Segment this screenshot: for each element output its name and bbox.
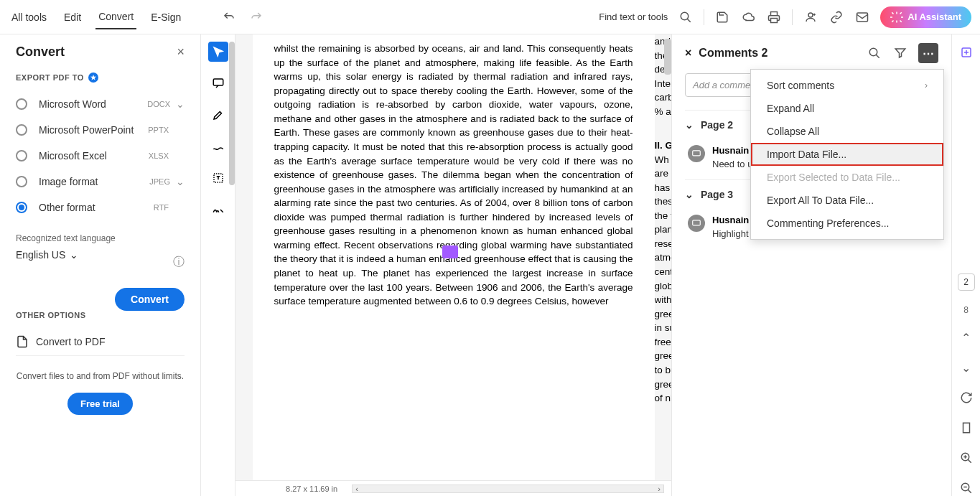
zoom-in-icon[interactable] <box>958 450 974 466</box>
help-icon[interactable]: ⓘ <box>173 255 185 270</box>
radio-icon <box>16 98 27 110</box>
menu-item-4: Export Selected to Data File... <box>751 166 943 189</box>
page-view[interactable]: whilst the remaining is absorbed by ocea… <box>235 34 671 480</box>
svg-rect-9 <box>963 423 969 433</box>
convert-panel: Convert × EXPORT PDF TO ★ Microsoft Word… <box>0 34 201 496</box>
page-dimensions: 8.27 x 11.69 in <box>286 485 337 493</box>
horizontal-scrollbar[interactable]: ‹ › <box>352 485 664 493</box>
avatar <box>688 145 705 162</box>
convert-to-pdf-row[interactable]: Convert to PDF <box>16 328 185 356</box>
lang-label: Recognized text language <box>16 233 185 243</box>
sparkle-icon[interactable] <box>958 45 974 60</box>
menu-item-6[interactable]: Commenting Preferences... <box>751 212 943 235</box>
star-badge-icon: ★ <box>88 72 98 83</box>
fit-page-icon[interactable] <box>958 420 974 436</box>
language-selector[interactable]: English US ⌄ <box>16 249 78 261</box>
svg-rect-3 <box>213 79 223 85</box>
export-option-1[interactable]: Microsoft PowerPoint PPTX <box>16 117 185 143</box>
export-format: DOCX <box>147 100 170 108</box>
tab-convert[interactable]: Convert <box>95 5 136 29</box>
text-select-icon[interactable] <box>208 168 228 188</box>
comments-panel: × Comments 2 ⋯ Add a comment ⌄Page 2 Hus… <box>671 34 980 496</box>
close-comments-icon[interactable]: × <box>685 47 691 60</box>
menu-item-2[interactable]: Collapse All <box>751 120 943 143</box>
scroll-right-icon[interactable]: › <box>658 485 661 493</box>
svg-rect-7 <box>693 220 701 225</box>
close-icon[interactable]: × <box>177 45 185 60</box>
find-label: Find text or tools <box>599 11 668 22</box>
svg-rect-2 <box>857 13 868 22</box>
undo-icon[interactable] <box>221 9 237 25</box>
svg-point-0 <box>681 12 689 20</box>
cloud-icon[interactable] <box>740 9 756 25</box>
menu-item-0[interactable]: Sort comments› <box>751 74 943 97</box>
tab-esign[interactable]: E-Sign <box>148 6 184 29</box>
mail-icon[interactable] <box>854 9 870 25</box>
status-bar: 8.27 x 11.69 in ‹ › <box>235 480 671 496</box>
svg-point-5 <box>869 48 877 56</box>
total-pages: 8 <box>963 305 969 315</box>
export-option-3[interactable]: Image format JPEG ⌄ <box>16 169 185 195</box>
share-user-icon[interactable] <box>803 9 818 25</box>
comments-options-menu: Sort comments›Expand AllCollapse AllImpo… <box>750 69 944 240</box>
menu-item-5[interactable]: Export All To Data File... <box>751 189 943 212</box>
export-option-0[interactable]: Microsoft Word DOCX ⌄ <box>16 91 185 117</box>
link-icon[interactable] <box>829 9 844 25</box>
convert-button[interactable]: Convert <box>115 288 185 311</box>
export-format: XLSX <box>149 151 169 160</box>
search-icon[interactable] <box>678 9 694 25</box>
comment-tool-icon[interactable] <box>208 73 228 93</box>
more-options-button[interactable]: ⋯ <box>918 43 938 63</box>
tab-edit[interactable]: Edit <box>61 6 84 29</box>
export-header: EXPORT PDF TO ★ <box>16 72 185 83</box>
zoom-out-icon[interactable] <box>958 480 974 496</box>
export-format: PPTX <box>148 126 169 134</box>
chevron-down-icon: ⌄ <box>685 189 694 200</box>
radio-icon <box>16 202 27 213</box>
chevron-down-icon: ⌄ <box>70 249 78 261</box>
scroll-left-icon[interactable]: ‹ <box>355 485 358 493</box>
free-trial-button[interactable]: Free trial <box>67 393 133 415</box>
rotate-icon[interactable] <box>958 390 974 406</box>
vertical-scrollbar[interactable] <box>664 39 671 75</box>
menu-item-1[interactable]: Expand All <box>751 97 943 120</box>
right-sidebar: 2 8 ⌃ ⌄ <box>951 34 980 496</box>
side-scrollbar[interactable] <box>229 42 235 185</box>
chevron-down-icon: ⌄ <box>685 119 694 131</box>
sign-tool-icon[interactable] <box>208 200 228 220</box>
draw-tool-icon[interactable] <box>208 136 228 156</box>
highlight-tool-icon[interactable] <box>208 105 228 125</box>
page-number-input[interactable]: 2 <box>958 273 975 291</box>
save-icon[interactable] <box>714 9 730 25</box>
svg-point-1 <box>808 13 813 17</box>
menu-item-3[interactable]: Import Data File... <box>751 143 943 166</box>
ai-assistant-button[interactable]: AI Assistant <box>880 6 971 28</box>
radio-icon <box>16 176 27 187</box>
export-option-2[interactable]: Microsoft Excel XLSX <box>16 143 185 169</box>
page-down-icon[interactable]: ⌄ <box>958 360 974 375</box>
avatar <box>688 215 705 232</box>
export-option-4[interactable]: Other format RTF <box>16 195 185 220</box>
toolbar-right-group: Find text or tools AI Assistant <box>599 6 971 28</box>
comment-marker-icon[interactable] <box>442 245 458 258</box>
export-label: Microsoft PowerPoint <box>39 124 148 136</box>
search-comments-icon[interactable] <box>867 45 882 61</box>
radio-icon <box>16 124 27 136</box>
chevron-down-icon: ⌄ <box>176 176 185 187</box>
ai-assistant-label: AI Assistant <box>907 11 961 22</box>
redo-icon[interactable] <box>248 9 264 25</box>
top-toolbar: All tools Edit Convert E-Sign Find text … <box>0 0 980 34</box>
export-label: Image format <box>39 176 149 187</box>
page-up-icon[interactable]: ⌃ <box>958 329 974 345</box>
chevron-down-icon: ⌄ <box>176 98 185 110</box>
print-icon[interactable] <box>766 9 782 25</box>
export-label: Microsoft Word <box>39 98 147 110</box>
radio-icon <box>16 150 27 162</box>
export-label: Microsoft Excel <box>39 150 149 162</box>
filter-icon[interactable] <box>892 45 908 61</box>
export-label: Other format <box>39 202 154 213</box>
document-column-2: and otthesedecadeIntergocarbon% and II. … <box>655 34 672 406</box>
cursor-tool-icon[interactable] <box>208 42 228 62</box>
svg-rect-6 <box>693 151 701 156</box>
tab-all-tools[interactable]: All tools <box>9 6 50 29</box>
